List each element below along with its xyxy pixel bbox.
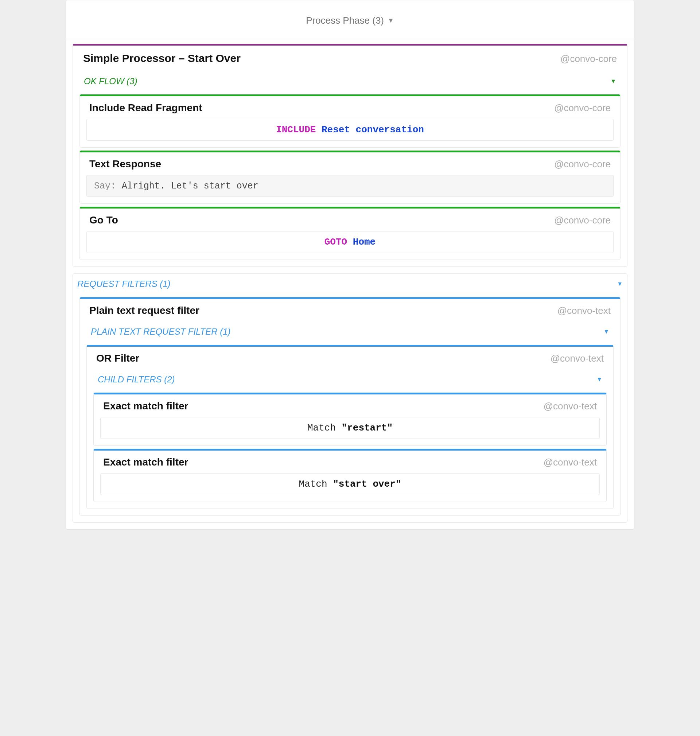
card-title: Go To — [89, 214, 118, 226]
match-value: "restart" — [342, 423, 393, 433]
chevron-down-icon: ▼ — [603, 328, 609, 335]
card-provider: @convo-core — [554, 159, 611, 170]
include-fragment-card: Include Read Fragment @convo-core INCLUD… — [79, 94, 621, 148]
card-title: Exact match filter — [103, 456, 188, 468]
card-title: OR Filter — [96, 353, 139, 364]
goto-statement[interactable]: GOTO Home — [87, 231, 613, 253]
phase-card: Process Phase (3) ▼ Simple Processor – S… — [66, 0, 634, 530]
processor-provider: @convo-core — [560, 53, 617, 65]
exact-match-filter-card: Exact match filter @convo-text Match "re… — [93, 392, 607, 446]
divider — [66, 39, 634, 40]
include-target: Reset conversation — [322, 124, 424, 135]
chevron-down-icon: ▼ — [388, 17, 394, 24]
card-provider: @convo-text — [550, 353, 604, 364]
card-provider: @convo-text — [557, 305, 611, 316]
processor-title: Simple Processor – Start Over — [83, 52, 241, 65]
chevron-down-icon: ▼ — [597, 376, 602, 383]
say-input[interactable]: Say: Alright. Let's start over — [87, 175, 613, 197]
include-keyword: INCLUDE — [276, 124, 316, 135]
say-value: Alright. Let's start over — [122, 181, 259, 191]
plain-text-filter-card: Plain text request filter @convo-text PL… — [79, 297, 621, 516]
card-provider: @convo-text — [544, 457, 597, 468]
match-statement[interactable]: Match "restart" — [100, 417, 600, 439]
card-title: Plain text request filter — [89, 305, 199, 316]
or-filter-card: OR Filter @convo-text CHILD FILTERS (2) … — [87, 345, 613, 509]
chevron-down-icon: ▼ — [617, 281, 623, 287]
match-value: "start over" — [333, 479, 401, 489]
processor-card: Simple Processor – Start Over @convo-cor… — [72, 44, 628, 267]
request-filters-card: REQUEST FILTERS (1) ▼ Plain text request… — [72, 273, 628, 523]
plain-text-inner-toggle[interactable]: PLAIN TEXT REQUEST FILTER (1) ▼ — [87, 322, 613, 342]
exact-match-filter-card: Exact match filter @convo-text Match "st… — [93, 449, 607, 502]
ok-flow-label: OK FLOW (3) — [84, 76, 137, 87]
child-filters-toggle[interactable]: CHILD FILTERS (2) ▼ — [93, 369, 607, 390]
card-title: Text Response — [89, 158, 161, 170]
match-statement[interactable]: Match "start over" — [100, 473, 600, 495]
request-filters-label: REQUEST FILTERS (1) — [77, 279, 171, 289]
phase-dropdown[interactable]: Process Phase (3) ▼ — [72, 0, 628, 39]
card-title: Include Read Fragment — [89, 102, 202, 114]
child-filters-label: CHILD FILTERS (2) — [98, 375, 175, 385]
chevron-down-icon: ▼ — [610, 78, 616, 85]
plain-text-inner-label: PLAIN TEXT REQUEST FILTER (1) — [91, 327, 231, 337]
goto-card: Go To @convo-core GOTO Home — [79, 207, 621, 260]
card-provider: @convo-text — [544, 401, 597, 412]
say-prefix: Say: — [94, 181, 116, 191]
card-provider: @convo-core — [554, 215, 611, 226]
card-title: Exact match filter — [103, 400, 188, 412]
goto-target: Home — [353, 237, 375, 248]
match-keyword: Match — [307, 423, 336, 433]
card-provider: @convo-core — [554, 103, 611, 114]
request-filters-toggle[interactable]: REQUEST FILTERS (1) ▼ — [73, 274, 627, 294]
goto-keyword: GOTO — [325, 237, 347, 248]
text-response-card: Text Response @convo-core Say: Alright. … — [79, 151, 621, 204]
phase-label: Process Phase (3) — [306, 15, 384, 26]
match-keyword: Match — [299, 479, 327, 489]
include-statement[interactable]: INCLUDE Reset conversation — [87, 119, 613, 141]
ok-flow-toggle[interactable]: OK FLOW (3) ▼ — [79, 71, 621, 91]
